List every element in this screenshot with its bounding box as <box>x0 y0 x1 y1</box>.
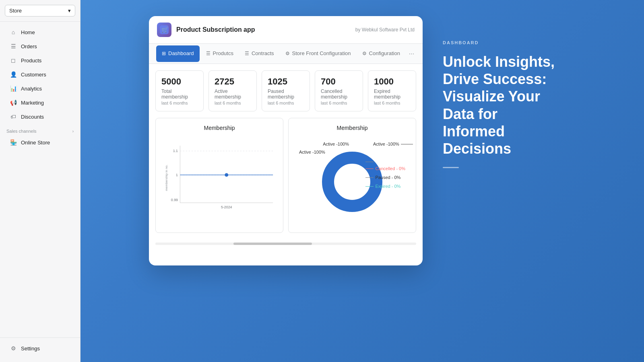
svg-text:🛒: 🛒 <box>161 27 169 33</box>
main-content: 🛒 Product Subscription app by Webkul Sof… <box>80 0 644 362</box>
donut-chart-container: Active -100% Active -100% <box>295 138 409 226</box>
sidebar-item-label: Marketing <box>21 100 44 106</box>
app-header: 🛒 Product Subscription app by Webkul Sof… <box>149 16 423 44</box>
stat-number: 1025 <box>268 76 304 87</box>
stat-card-expired: 1000 Expired membership last 6 months <box>368 70 416 111</box>
admin-sidebar: Store ▾ ⌂ Home ☰ Orders ◻ Products 👤 Cus… <box>0 0 80 362</box>
stat-period: last 6 months <box>321 101 357 105</box>
svg-text:1: 1 <box>176 173 178 177</box>
configuration-tab-icon: ⚙ <box>362 51 367 56</box>
stat-card-total: 5000 Total membership last 6 months <box>155 70 204 111</box>
sidebar-item-label: Online Store <box>21 140 50 146</box>
stat-number: 2725 <box>215 76 251 87</box>
orders-icon: ☰ <box>10 43 17 50</box>
dashboard-tab-icon: ⊞ <box>162 51 166 56</box>
home-icon: ⌂ <box>10 29 17 36</box>
active-label-overlay: Active -100% <box>299 150 325 154</box>
stat-label: Expired membership <box>374 88 410 100</box>
tab-configuration[interactable]: ⚙ Configuration <box>357 45 406 62</box>
dashboard-headline: Unlock Insights, Drive Success: Visualiz… <box>443 53 555 157</box>
products-tab-icon: ☰ <box>206 51 211 56</box>
legend-item-cancelled: Cancelled - 0% <box>365 166 405 171</box>
analytics-icon: 📊 <box>10 85 17 92</box>
sidebar-item-label: Products <box>21 58 41 64</box>
svg-text:1.1: 1.1 <box>173 149 178 153</box>
legend-active-label: Active -100% <box>373 142 399 146</box>
svg-text:membership in no.: membership in no. <box>165 165 168 191</box>
legend-active-text: Active -100% <box>323 142 349 146</box>
tab-products[interactable]: ☰ Produtcs <box>200 45 239 62</box>
stat-period: last 6 months <box>374 101 410 105</box>
line-chart-container: 1.1 1 0.99 membership in no. 5-2024 <box>162 138 277 226</box>
discounts-icon: 🏷 <box>10 113 17 120</box>
stat-card-cancelled: 700 Cancelled membership last 6 months <box>315 70 363 111</box>
sidebar-item-orders[interactable]: ☰ Orders <box>3 39 77 53</box>
charts-row: Membership 1.1 1 0.99 <box>149 118 423 239</box>
settings-icon: ⚙ <box>10 345 17 352</box>
tab-label: Dashboard <box>168 50 194 56</box>
svg-text:5-2024: 5-2024 <box>221 205 232 209</box>
store-selector-button[interactable]: Store ▾ <box>5 5 75 16</box>
sidebar-item-products[interactable]: ◻ Products <box>3 53 77 67</box>
sidebar-item-analytics[interactable]: 📊 Analytics <box>3 82 77 95</box>
tab-dashboard[interactable]: ⊞ Dashboard <box>156 45 200 62</box>
tab-contracts[interactable]: ☰ Contracts <box>239 45 280 62</box>
stats-row: 5000 Total membership last 6 months 2725… <box>149 64 423 118</box>
donut-chart-card: Membership Active -100% <box>288 118 416 233</box>
right-panel: DASHBOARD Unlock Insights, Drive Success… <box>423 16 576 192</box>
scroll-thumb <box>233 243 312 245</box>
legend-expired-text: Expired - 0% <box>375 184 400 189</box>
stat-number: 5000 <box>161 76 198 87</box>
sidebar-item-label: Settings <box>21 346 40 352</box>
stat-card-active: 2725 Active membership last 6 months <box>208 70 257 111</box>
sales-channels-label: Sales channels › <box>0 124 80 135</box>
sidebar-item-label: Customers <box>21 72 46 78</box>
svg-point-14 <box>335 165 369 199</box>
sidebar-item-discounts[interactable]: 🏷 Discounts <box>3 110 77 123</box>
store-selector-container: Store ▾ <box>0 0 80 22</box>
stat-label: Active membership <box>215 88 251 100</box>
line-chart-svg: 1.1 1 0.99 membership in no. 5-2024 <box>162 138 277 218</box>
sidebar-item-label: Discounts <box>21 114 44 120</box>
sidebar-item-home[interactable]: ⌂ Home <box>3 25 77 39</box>
legend-item-expired: Expired - 0% <box>365 184 405 189</box>
tab-store-front[interactable]: ⚙ Store Front Configuration <box>280 45 357 62</box>
legend-paused-text: Paused - 0% <box>375 175 400 180</box>
sidebar-item-marketing[interactable]: 📢 Marketing <box>3 96 77 109</box>
sidebar-item-settings[interactable]: ⚙ Settings <box>3 341 77 355</box>
app-card: 🛒 Product Subscription app by Webkul Sof… <box>149 16 423 265</box>
line-chart-title: Membership <box>162 125 277 131</box>
stat-period: last 6 months <box>161 101 198 105</box>
active-label-text: Active -100% <box>299 150 325 154</box>
contracts-tab-icon: ☰ <box>245 51 249 56</box>
app-vendor: by Webkul Software Pvt Ltd <box>355 27 415 33</box>
line-chart-card: Membership 1.1 1 0.99 <box>155 118 283 233</box>
tab-label: Produtcs <box>213 50 233 56</box>
sidebar-item-customers[interactable]: 👤 Customers <box>3 68 77 81</box>
stat-label: Cancelled membership <box>321 88 357 100</box>
legend-item-active: Active -100% <box>365 162 405 162</box>
chevron-down-icon: ▾ <box>68 8 71 14</box>
store-icon: 🏪 <box>10 139 17 146</box>
sidebar-item-online-store[interactable]: 🏪 Online Store <box>3 136 77 149</box>
products-icon: ◻ <box>10 57 17 64</box>
legend-item-paused: Paused - 0% <box>365 175 405 180</box>
app-title: Product Subscription app <box>176 26 255 33</box>
more-tabs-button[interactable]: ··· <box>406 47 417 61</box>
sidebar-item-label: Home <box>21 29 35 35</box>
store-front-tab-icon: ⚙ <box>285 51 290 56</box>
app-logo: 🛒 <box>157 23 171 37</box>
legend: Active -100% Cancelled - 0% Paused - 0% <box>365 162 405 189</box>
tab-label: Configuration <box>369 50 400 56</box>
donut-chart-title: Membership <box>295 125 409 131</box>
stat-period: last 6 months <box>215 101 251 105</box>
app-tabs: ⊞ Dashboard ☰ Produtcs ☰ Contracts ⚙ Sto… <box>149 44 423 64</box>
customers-icon: 👤 <box>10 71 17 78</box>
marketing-icon: 📢 <box>10 99 17 106</box>
tab-label: Store Front Configuration <box>292 50 351 56</box>
stat-label: Total membership <box>161 88 198 100</box>
bottom-scrollbar[interactable] <box>155 243 416 245</box>
sidebar-bottom: ⚙ Settings <box>0 337 80 362</box>
sidebar-item-label: Orders <box>21 43 37 49</box>
sidebar-nav: ⌂ Home ☰ Orders ◻ Products 👤 Customers 📊… <box>0 22 80 337</box>
